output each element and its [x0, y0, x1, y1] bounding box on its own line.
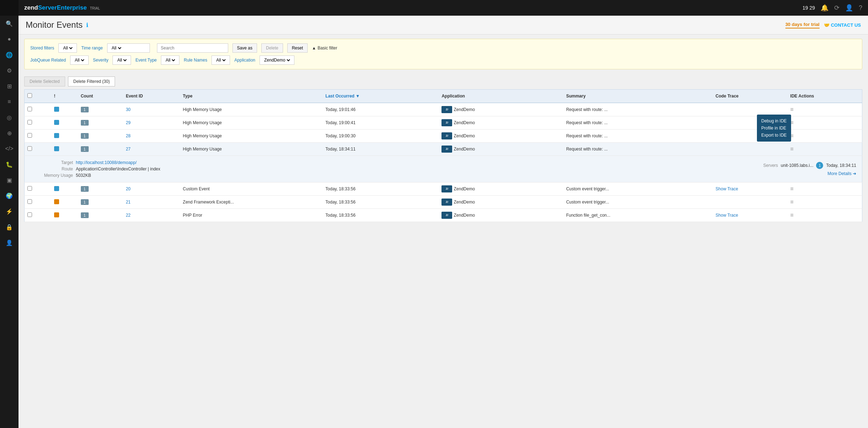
clock-display: 19 29	[802, 5, 815, 11]
event-id-link[interactable]: 28	[126, 133, 130, 138]
event-type-dropdown[interactable]: All	[164, 57, 176, 63]
severity-indicator	[54, 133, 59, 138]
table-row: 1 30 High Memory Usage Today, 19:01:46 Z…	[25, 103, 862, 116]
row-checkbox[interactable]	[27, 199, 32, 204]
reset-button[interactable]: Reset	[287, 43, 308, 53]
debug-in-ide-option[interactable]: Debug in IDE	[761, 117, 786, 125]
table-header-row: ! Count Event ID Type Last Occurred ▼ Ap…	[25, 90, 862, 103]
row-menu-icon[interactable]: ≡	[790, 106, 794, 112]
row-checkbox[interactable]	[27, 186, 32, 191]
delete-selected-button[interactable]: Delete Selected	[24, 76, 65, 86]
sidebar-item-user[interactable]: 👤	[0, 235, 19, 250]
summary-cell: Request with route: ...	[563, 103, 713, 116]
arrow-right-icon: ➜	[853, 171, 856, 176]
sidebar-item-list[interactable]: ≡	[0, 94, 19, 110]
sidebar-item-monitor[interactable]: ◎	[0, 110, 19, 125]
sidebar-item-code[interactable]: </>	[0, 141, 19, 157]
show-trace-link[interactable]: Show Trace	[716, 186, 738, 191]
summary-cell: Request with route: ...	[563, 130, 713, 143]
sidebar-item-search[interactable]: 🔍	[0, 16, 19, 31]
sidebar-item-network[interactable]: 🌍	[0, 188, 19, 204]
event-type-select[interactable]: All	[161, 56, 179, 65]
events-table: ! Count Event ID Type Last Occurred ▼ Ap…	[24, 89, 862, 222]
header-last-occurred[interactable]: Last Occurred ▼	[323, 90, 439, 103]
sidebar-item-plugin[interactable]: ⚡	[0, 204, 19, 219]
filter-row-1: Stored filters All Time range All Save a…	[30, 43, 856, 53]
row-menu-icon[interactable]: ≡	[790, 212, 794, 218]
rule-names-select[interactable]: All	[211, 56, 230, 65]
more-details-link[interactable]: More Details ➜	[827, 171, 856, 176]
time-range-select[interactable]: All	[107, 43, 150, 53]
zend-logo: Z/	[441, 146, 452, 153]
export-to-ide-option[interactable]: Export to IDE	[761, 132, 786, 139]
severity-select[interactable]: All	[113, 56, 131, 65]
delete-button[interactable]: Delete	[261, 43, 283, 53]
delete-filtered-button[interactable]: Delete Filtered (30)	[68, 76, 115, 86]
event-id-link[interactable]: 21	[126, 200, 130, 205]
event-type: High Memory Usage	[180, 143, 323, 156]
row-menu-icon[interactable]: ≡	[790, 186, 794, 192]
show-trace-link[interactable]: Show Trace	[716, 213, 738, 218]
jobqueue-select[interactable]: All	[70, 56, 89, 65]
application-cell: Z/ ZendDemo	[439, 209, 563, 222]
basic-filter-toggle[interactable]: ▲ Basic filter	[312, 46, 337, 51]
stored-filters-select[interactable]: All	[58, 43, 77, 53]
row-menu-icon[interactable]: ≡	[790, 146, 794, 152]
rule-names-dropdown[interactable]: All	[215, 57, 227, 63]
application-cell: Z/ ZendDemo	[439, 130, 563, 143]
event-id-link[interactable]: 20	[126, 186, 130, 191]
events-table-container: ! Count Event ID Type Last Occurred ▼ Ap…	[19, 89, 868, 428]
profile-in-ide-option[interactable]: Profile in IDE	[761, 125, 786, 132]
contact-us-link[interactable]: 🤝 CONTACT US	[824, 22, 861, 28]
sidebar-item-grid[interactable]: ⊞	[0, 78, 19, 94]
servers-label: Servers	[763, 163, 778, 168]
sidebar-item-debug[interactable]: 🐛	[0, 157, 19, 172]
detail-grid: Target http://localhost:10088/demoapp/ R…	[30, 160, 317, 178]
row-checkbox[interactable]	[27, 107, 32, 111]
row-checkbox[interactable]	[27, 133, 32, 138]
zend-logo: Z/	[441, 185, 452, 192]
ide-actions-cell: ≡	[788, 103, 862, 116]
row-menu-icon[interactable]: ≡	[790, 199, 794, 205]
header-application: Application	[439, 90, 563, 103]
table-row: 1 21 Zend Framework Excepti... Today, 18…	[25, 196, 862, 209]
last-occurred: Today, 18:33:56	[323, 209, 439, 222]
user-icon[interactable]: 👤	[845, 4, 853, 12]
info-icon[interactable]: ℹ	[86, 22, 88, 28]
row-checkbox[interactable]	[27, 146, 32, 151]
select-all-checkbox[interactable]	[27, 93, 32, 98]
count-badge: 1	[81, 107, 89, 112]
severity-label: Severity	[93, 58, 108, 63]
sidebar-item-settings[interactable]: ⚙	[0, 63, 19, 78]
event-id-link[interactable]: 22	[126, 213, 130, 218]
event-id-link[interactable]: 29	[126, 120, 130, 125]
jobqueue-dropdown[interactable]: All	[73, 57, 85, 63]
save-as-button[interactable]: Save as	[232, 43, 257, 53]
spinner-icon[interactable]: ⟳	[834, 4, 840, 12]
target-link[interactable]: http://localhost:10088/demoapp/	[76, 160, 137, 165]
trial-days-badge: 30 days for trial	[785, 22, 820, 28]
application-select[interactable]: ZendDemo	[260, 56, 294, 65]
sidebar-item-analytics[interactable]: ⊕	[0, 125, 19, 141]
sidebar-item-globe[interactable]: 🌐	[0, 47, 19, 63]
memory-value: 5032KB	[76, 173, 317, 178]
severity-dropdown[interactable]: All	[116, 57, 128, 63]
search-input[interactable]	[157, 43, 228, 53]
row-checkbox[interactable]	[27, 212, 32, 217]
sidebar-item-dashboard[interactable]: ●	[0, 31, 19, 47]
event-id-link[interactable]: 30	[126, 107, 130, 112]
application-dropdown[interactable]: ZendDemo	[263, 57, 291, 63]
help-icon[interactable]: ?	[859, 4, 862, 12]
severity-indicator	[54, 212, 59, 217]
trial-label: TRIAL	[90, 6, 100, 10]
stored-filters-dropdown[interactable]: All	[62, 45, 74, 51]
event-id-link[interactable]: 27	[126, 147, 130, 152]
notifications-icon[interactable]: 🔔	[821, 4, 828, 12]
header-event-id: Event ID	[123, 90, 180, 103]
row-checkbox[interactable]	[27, 120, 32, 125]
sidebar-item-pages[interactable]: ▣	[0, 172, 19, 188]
last-occurred: Today, 18:34:11	[323, 143, 439, 156]
sidebar-item-lock[interactable]: 🔒	[0, 219, 19, 235]
time-range-dropdown[interactable]: All	[110, 45, 122, 51]
expanded-left: Target http://localhost:10088/demoapp/ R…	[25, 156, 323, 183]
